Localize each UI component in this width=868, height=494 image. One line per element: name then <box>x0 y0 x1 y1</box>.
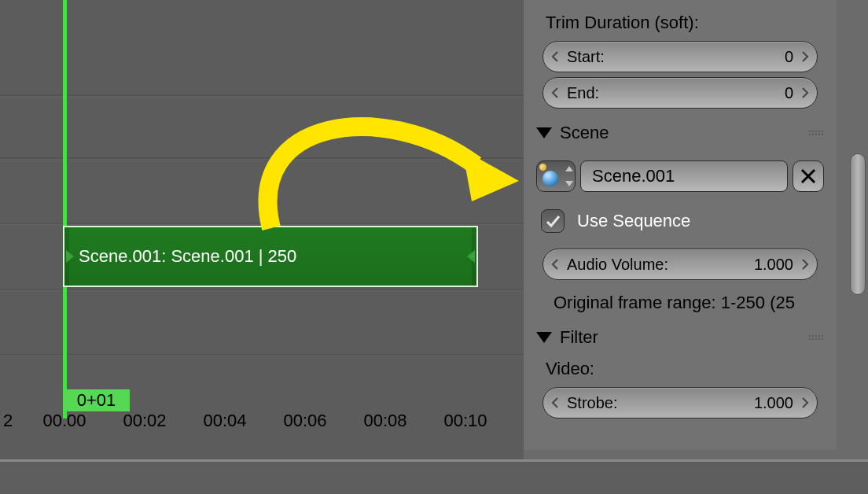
chevron-right-icon[interactable] <box>798 259 812 270</box>
strobe-value: 1.000 <box>754 394 793 412</box>
disclosure-triangle-icon <box>536 332 552 343</box>
scene-datablock-picker[interactable] <box>536 160 576 192</box>
ruler-tick: 2 <box>3 411 13 431</box>
trim-start-field[interactable]: Start: 0 <box>542 41 818 72</box>
scene-section-title: Scene <box>560 123 609 143</box>
strobe-field[interactable]: Strobe: 1.000 <box>542 387 818 418</box>
strip-handle-right[interactable] <box>472 227 476 286</box>
trim-start-label: Start: <box>567 48 605 66</box>
playhead[interactable] <box>63 0 67 418</box>
check-icon <box>545 213 561 229</box>
track-divider <box>0 94 524 96</box>
track-divider <box>0 354 524 356</box>
trim-end-value: 0 <box>785 84 793 102</box>
strobe-label: Strobe: <box>567 394 617 412</box>
trim-end-field[interactable]: End: 0 <box>542 77 818 109</box>
ruler-tick: 00:06 <box>283 411 326 431</box>
chevron-left-icon[interactable] <box>548 397 562 408</box>
strip-handle-left[interactable] <box>64 227 69 286</box>
trim-title: Trim Duration (soft): <box>546 13 821 33</box>
trim-start-value: 0 <box>785 48 793 66</box>
scene-section-header[interactable]: Scene <box>536 123 824 143</box>
filter-section-header[interactable]: Filter <box>536 327 824 348</box>
close-icon <box>800 168 817 185</box>
properties-panel: Trim Duration (soft): Start: 0 End: 0 Sc… <box>524 0 837 450</box>
audio-volume-field[interactable]: Audio Volume: 1.000 <box>542 249 818 280</box>
chevron-right-icon[interactable] <box>798 51 812 62</box>
drag-handle-icon[interactable] <box>808 130 824 136</box>
ruler-tick: 00:08 <box>363 411 406 431</box>
use-sequence-label: Use Sequence <box>577 211 690 231</box>
disclosure-triangle-icon <box>536 127 552 138</box>
audio-volume-value: 1.000 <box>754 256 793 274</box>
filter-section-title: Filter <box>560 327 598 348</box>
strip-label: Scene.001: Scene.001 | 250 <box>79 246 296 267</box>
ruler-tick: 00:10 <box>443 411 487 431</box>
scene-name-text: Scene.001 <box>592 166 675 186</box>
playhead-frame-badge: 0+01 <box>63 389 130 411</box>
audio-volume-label: Audio Volume: <box>567 256 668 274</box>
chevron-left-icon[interactable] <box>548 87 562 98</box>
chevron-left-icon[interactable] <box>548 259 562 270</box>
ruler-tick: 00:04 <box>203 411 246 431</box>
drag-handle-icon[interactable] <box>808 334 824 341</box>
chevron-right-icon[interactable] <box>798 397 812 408</box>
original-frame-range: Original frame range: 1-250 (25 <box>554 293 821 313</box>
scene-unlink-button[interactable] <box>793 160 824 192</box>
scene-strip[interactable]: Scene.001: Scene.001 | 250 <box>63 226 478 287</box>
panel-scrollbar[interactable] <box>850 153 866 295</box>
chevron-right-icon[interactable] <box>798 87 812 98</box>
video-subtitle: Video: <box>546 359 821 379</box>
track-divider <box>0 223 524 224</box>
track-divider <box>0 289 524 290</box>
scene-name-field[interactable]: Scene.001 <box>580 160 788 192</box>
track-divider <box>0 157 524 159</box>
bottom-timeline-area[interactable] <box>0 459 868 494</box>
chevron-left-icon[interactable] <box>548 51 562 62</box>
use-sequence-checkbox[interactable] <box>541 209 565 233</box>
trim-end-label: End: <box>567 84 599 102</box>
vse-tracks[interactable] <box>0 0 524 418</box>
ruler-tick: 00:02 <box>123 411 166 431</box>
